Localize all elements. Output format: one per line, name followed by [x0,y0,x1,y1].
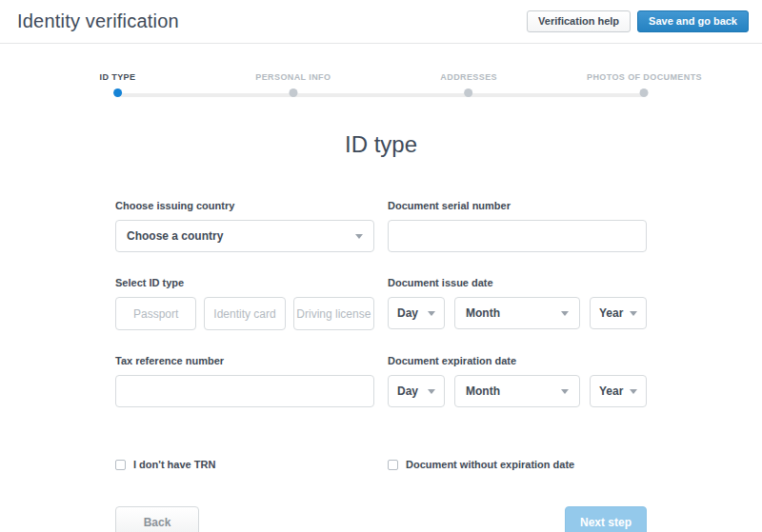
back-button[interactable]: Back [115,506,199,532]
serial-number-field: Document serial number [388,200,647,252]
stepper-dot [465,89,473,97]
chevron-down-icon [355,234,363,239]
progress-stepper: ID TYPE PERSONAL INFO ADDRESSES PHOTOS O… [118,72,645,105]
stepper-step-label: PERSONAL INFO [255,72,331,82]
form-actions: Back Next step [115,506,647,532]
expiration-day-select[interactable]: Day [388,375,445,407]
page-title: Identity verification [17,10,179,32]
stepper-dot-active [113,89,122,97]
stepper-step-label: ID TYPE [100,72,136,82]
stepper-step-label: PHOTOS OF DOCUMENTS [587,72,702,82]
stepper-dot [289,89,297,97]
chevron-down-icon [561,389,569,394]
issuing-country-select[interactable]: Choose a country [115,220,374,252]
driving-license-button[interactable]: Driving license [293,297,374,330]
issue-year-select[interactable]: Year [590,297,647,329]
chevron-down-icon [630,389,637,394]
expiration-date-label: Document expiration date [388,355,647,366]
chevron-down-icon [561,311,569,316]
stepper-step-label: ADDRESSES [440,72,497,82]
tax-number-label: Tax reference number [115,355,374,366]
identity-card-button[interactable]: Identity card [204,297,285,330]
id-type-field: Select ID type Passport Identity card Dr… [115,277,374,330]
no-expiration-checkbox-label: Document without expiration date [406,459,574,470]
serial-number-label: Document serial number [388,200,647,211]
checkbox-icon[interactable] [388,460,398,470]
chevron-down-icon [428,311,435,316]
issue-month-select[interactable]: Month [454,297,580,329]
issue-date-field: Document issue date Day Month Year [388,277,647,330]
expiration-month-value: Month [466,384,500,398]
trn-checkbox[interactable]: I don't have TRN [115,459,374,470]
stepper-step-photos: PHOTOS OF DOCUMENTS [587,72,702,97]
header-actions: Verification help Save and go back [527,10,749,32]
issue-date-label: Document issue date [388,277,647,288]
chevron-down-icon [630,311,637,316]
next-step-button[interactable]: Next step [565,506,647,532]
stepper-step-addresses: ADDRESSES [440,72,497,97]
save-and-go-back-button[interactable]: Save and go back [637,10,749,32]
no-expiration-checkbox[interactable]: Document without expiration date [388,459,647,470]
id-type-label: Select ID type [115,277,374,288]
stepper-track [120,93,643,97]
issue-year-value: Year [599,306,623,320]
passport-button[interactable]: Passport [115,297,196,330]
serial-number-input[interactable] [388,220,647,252]
section-heading: ID type [0,131,762,158]
stepper-step-personal-info: PERSONAL INFO [255,72,331,97]
issue-day-select[interactable]: Day [388,297,445,329]
issuing-country-label: Choose issuing country [115,200,374,211]
issuing-country-field: Choose issuing country Choose a country [115,200,374,252]
issue-day-value: Day [397,306,418,320]
expiration-month-select[interactable]: Month [454,375,580,407]
checkbox-icon[interactable] [115,460,126,470]
trn-checkbox-label: I don't have TRN [133,459,215,470]
issuing-country-value: Choose a country [127,229,223,243]
trn-checkbox-row: I don't have TRN [115,459,374,470]
tax-reference-input[interactable] [115,375,374,407]
header: Identity verification Verification help … [0,0,762,44]
expiration-year-value: Year [599,384,623,398]
tax-number-field: Tax reference number [115,355,374,407]
issue-month-value: Month [466,306,500,320]
expiration-day-value: Day [397,384,418,398]
expiration-checkbox-row: Document without expiration date [388,459,647,470]
expiration-year-select[interactable]: Year [590,375,647,407]
id-type-form: Choose issuing country Choose a country … [115,200,647,532]
stepper-step-id-type: ID TYPE [100,72,136,97]
chevron-down-icon [428,389,435,394]
verification-help-button[interactable]: Verification help [527,10,631,32]
expiration-date-field: Document expiration date Day Month Year [388,355,647,407]
stepper-dot [640,89,649,97]
